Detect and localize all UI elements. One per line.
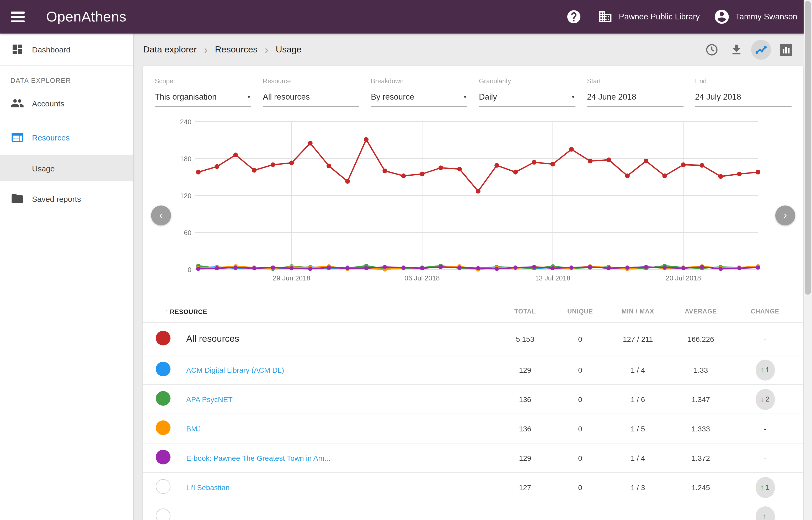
sidebar-section-title: DATA EXPLORER (10, 77, 133, 84)
unique-cell: 0 (554, 335, 606, 343)
end-date-field[interactable]: End 24 July 2018 (695, 78, 791, 107)
dropdown-caret-icon: ▼ (247, 94, 251, 100)
breadcrumb-data-explorer[interactable]: Data explorer (143, 45, 197, 55)
change-column-header[interactable]: CHANGE (732, 308, 798, 315)
resource-color-cell (156, 509, 177, 520)
resource-link[interactable]: ACM Digital Library (ACM DL) (177, 366, 496, 374)
dropdown-caret-icon: ▼ (571, 94, 575, 100)
table-row: BMJ13601 / 51.333- (143, 414, 803, 443)
average-cell: 1.347 (669, 395, 732, 404)
svg-text:60: 60 (184, 229, 192, 237)
bar-chart-view-icon[interactable] (776, 40, 796, 60)
sidebar-item-resources[interactable]: Resources (0, 123, 133, 152)
change-value: 2 (766, 395, 769, 403)
change-value: 1 (766, 366, 769, 374)
app-logo: OpenAthens (46, 9, 126, 25)
resources-icon (10, 131, 24, 144)
svg-text:29 Jun 2018: 29 Jun 2018 (273, 274, 310, 282)
scope-select[interactable]: Scope This organisation▼ (155, 78, 251, 107)
breadcrumb: Data explorer › Resources › Usage (133, 33, 804, 66)
resource-color-dot (156, 479, 171, 494)
total-cell: 127 (496, 483, 554, 491)
sidebar-item-dashboard[interactable]: Dashboard (0, 33, 133, 65)
minmax-cell: 1 / 4 (606, 366, 669, 374)
resource-column-header[interactable]: ↑RESOURCE (156, 307, 496, 315)
sort-ascending-icon: ↑ (165, 307, 169, 315)
chart-prev-button[interactable]: ‹ (151, 206, 171, 226)
sidebar-item-usage[interactable]: Usage (0, 155, 133, 181)
change-value: 1 (766, 483, 769, 491)
resource-usage-table: ↑RESOURCE TOTAL UNIQUE MIN / MAX AVERAGE… (143, 301, 803, 520)
average-cell: 166.226 (669, 335, 732, 343)
resource-name: All resources (177, 333, 496, 344)
start-date-field[interactable]: Start 24 June 2018 (587, 78, 684, 107)
resource-color-dot (156, 450, 171, 464)
breakdown-select[interactable]: Breakdown By resource▼ (371, 78, 467, 107)
table-row: All resources5,1530127 / 211166.226- (143, 322, 803, 355)
unique-cell: 0 (554, 454, 606, 462)
average-cell: 1.333 (669, 424, 732, 433)
usage-line-chart: 06012018024029 Jun 201806 Jul 201813 Jul… (143, 114, 803, 287)
svg-text:20 Jul 2018: 20 Jul 2018 (666, 274, 701, 282)
breadcrumb-resources[interactable]: Resources (215, 45, 257, 55)
arrow-up-icon: ↑ (762, 513, 766, 520)
resource-color-cell (156, 362, 177, 378)
breadcrumb-usage: Usage (276, 45, 301, 55)
arrow-up-icon: ↑ (761, 483, 764, 491)
organisation-icon[interactable] (597, 8, 614, 25)
change-cell: - (732, 424, 798, 433)
granularity-select[interactable]: Granularity Daily▼ (479, 78, 575, 107)
resource-color-cell (156, 420, 177, 437)
arrow-up-icon: ↑ (761, 366, 764, 374)
usage-chart-area: 06012018024029 Jun 201806 Jul 201813 Jul… (143, 114, 803, 287)
download-icon[interactable] (727, 40, 746, 60)
sidebar-item-accounts[interactable]: Accounts (0, 88, 133, 118)
svg-text:06 Jul 2018: 06 Jul 2018 (404, 274, 440, 282)
resource-color-cell (156, 450, 177, 466)
menu-icon[interactable] (11, 11, 25, 22)
resource-color-dot (156, 362, 171, 376)
organisation-name[interactable]: Pawnee Public Library (619, 12, 700, 22)
dashboard-icon (10, 43, 24, 56)
svg-text:120: 120 (180, 192, 192, 200)
svg-text:240: 240 (180, 118, 192, 126)
user-name[interactable]: Tammy Swanson (735, 12, 797, 22)
chevron-right-icon: › (265, 45, 268, 55)
change-badge: ↓2 (756, 389, 774, 410)
help-icon[interactable] (565, 8, 582, 25)
resource-link[interactable]: BMJ (177, 424, 496, 433)
viewport: OpenAthens Pawnee Public Library Tammy S… (0, 0, 812, 520)
chart-next-button[interactable]: › (775, 206, 795, 226)
average-cell: 1.372 (669, 454, 732, 462)
change-cell: ↑1 (732, 359, 798, 380)
svg-text:13 Jul 2018: 13 Jul 2018 (535, 274, 570, 282)
minmax-column-header[interactable]: MIN / MAX (606, 308, 669, 315)
sidebar-item-saved-reports[interactable]: Saved reports (0, 184, 133, 213)
user-avatar-icon[interactable] (713, 8, 730, 25)
history-icon[interactable] (702, 40, 722, 60)
table-row: ↑ (143, 502, 803, 520)
resource-link[interactable]: Li'l Sebastian (177, 483, 496, 491)
unique-column-header[interactable]: UNIQUE (554, 308, 606, 315)
svg-text:180: 180 (180, 155, 192, 163)
average-cell: 1.245 (669, 483, 732, 491)
total-column-header[interactable]: TOTAL (496, 308, 554, 315)
line-chart-view-icon[interactable] (751, 40, 771, 60)
resource-color-dot (156, 509, 171, 520)
change-badge: ↑1 (756, 359, 774, 380)
resource-select[interactable]: Resource All resources (263, 78, 359, 107)
scrollbar-thumb[interactable] (805, 1, 811, 294)
minmax-cell: 1 / 5 (606, 424, 669, 433)
minmax-cell: 127 / 211 (606, 335, 669, 343)
average-column-header[interactable]: AVERAGE (669, 308, 732, 315)
change-cell: ↓2 (732, 389, 798, 410)
minmax-cell: 1 / 3 (606, 483, 669, 491)
resource-color-dot (156, 331, 171, 345)
resource-link[interactable]: APA PsycNET (177, 395, 496, 404)
total-cell: 136 (496, 395, 554, 404)
resource-color-cell (156, 331, 177, 347)
minmax-cell: 1 / 6 (606, 395, 669, 404)
change-cell: - (732, 335, 798, 343)
resource-color-dot (156, 391, 171, 406)
resource-link[interactable]: E-book: Pawnee The Greatest Town in Am..… (177, 454, 496, 462)
